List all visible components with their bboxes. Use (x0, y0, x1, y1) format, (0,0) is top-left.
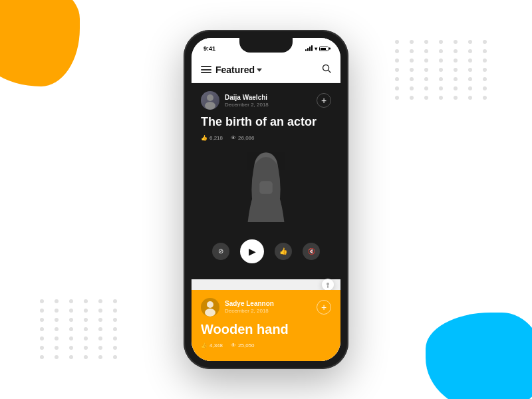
svg-point-6 (327, 283, 329, 285)
card-1-title: The birth of an actor (201, 115, 331, 130)
svg-point-8 (207, 301, 213, 308)
svg-rect-7 (327, 285, 329, 288)
scroll-indicator (322, 279, 334, 291)
blob-cyan (426, 313, 532, 399)
card-1-avatar (201, 91, 219, 110)
header-left: Featured (201, 65, 262, 75)
card-2-header: Sadye Leannon December 2, 2018 + (201, 298, 331, 317)
battery-icon (319, 47, 329, 51)
card-1-user-details: Daija Waelchi December 2, 2018 (225, 94, 269, 108)
scroll-content: Daija Waelchi December 2, 2018 + The bir… (192, 83, 340, 361)
card-2-title: Wooden hand (201, 322, 331, 337)
status-right: ▾ (305, 46, 329, 52)
svg-point-9 (205, 309, 215, 317)
status-time: 9:41 (203, 45, 215, 52)
eye-icon-2: 👁 (231, 342, 236, 348)
wooden-hand-illustration (226, 357, 306, 361)
phone-screen: 9:41 ▾ (192, 38, 340, 361)
signal-bar-1 (305, 49, 307, 51)
card-2-likes: 👍 4,348 (201, 342, 223, 348)
thumb-up-icon-2: 👍 (201, 342, 207, 348)
wifi-icon: ▾ (315, 46, 317, 52)
card-1-user-info: Daija Waelchi December 2, 2018 (201, 91, 269, 110)
card-2-user-info: Sadye Leannon December 2, 2018 (201, 298, 274, 317)
like-button[interactable]: 👍 (275, 243, 292, 260)
card-2-username: Sadye Leannon (225, 300, 274, 308)
card-divider (192, 279, 340, 290)
app-header: Featured (192, 57, 340, 83)
person-silhouette (201, 146, 331, 233)
phone-notch (239, 38, 293, 53)
svg-rect-5 (259, 181, 273, 194)
signal-bar-4 (311, 45, 313, 51)
hamburger-line-1 (201, 66, 211, 67)
card-2-user-details: Sadye Leannon December 2, 2018 (225, 300, 274, 314)
svg-point-3 (205, 102, 215, 110)
svg-point-2 (207, 94, 213, 101)
card-1-header: Daija Waelchi December 2, 2018 + (201, 91, 331, 110)
search-button[interactable] (322, 64, 331, 75)
hamburger-line-3 (201, 72, 211, 73)
hamburger-line-2 (201, 69, 211, 70)
card-1-date: December 2, 2018 (225, 102, 269, 108)
card-2-image (201, 354, 331, 361)
card-1-stats: 👍 6,218 👁 26,086 (201, 135, 331, 141)
no-symbol-button[interactable]: ⊘ (212, 243, 229, 260)
mute-button[interactable]: 🔇 (303, 243, 320, 260)
eye-icon: 👁 (231, 135, 236, 141)
svg-line-1 (329, 70, 331, 73)
card-2-date: December 2, 2018 (225, 308, 274, 314)
card-1-username: Daija Waelchi (225, 94, 269, 102)
card-1-image (201, 146, 331, 233)
play-button[interactable]: ▶ (240, 239, 264, 263)
thumb-up-icon: 👍 (201, 135, 207, 141)
signal-bar-3 (309, 47, 311, 51)
chevron-down-icon (257, 68, 262, 72)
blob-orange (0, 0, 80, 86)
battery-fill (321, 48, 326, 50)
card-2-stats: 👍 4,348 👁 25,050 (201, 342, 331, 348)
hamburger-icon[interactable] (201, 66, 211, 73)
card-2-add-button[interactable]: + (317, 300, 331, 315)
signal-bar-2 (307, 48, 309, 51)
card-dark: Daija Waelchi December 2, 2018 + The bir… (192, 83, 340, 279)
card-2-avatar (201, 298, 219, 317)
card-1-add-button[interactable]: + (317, 93, 331, 108)
dot-pattern-bottom-left: const dbl = document.querySelector('.dot… (40, 299, 122, 359)
card-1-likes: 👍 6,218 (201, 135, 223, 141)
signal-bars (305, 46, 313, 51)
header-title[interactable]: Featured (215, 65, 262, 75)
card-orange: Sadye Leannon December 2, 2018 + Wooden … (192, 290, 340, 361)
phone-frame: 9:41 ▾ (184, 30, 348, 369)
card-1-views: 👁 26,086 (231, 135, 254, 141)
player-controls: ⊘ ▶ 👍 🔇 (201, 233, 331, 271)
dot-pattern-top-right: const dtl = document.querySelector('.dot… (395, 40, 492, 100)
card-2-views: 👁 25,050 (231, 342, 254, 348)
